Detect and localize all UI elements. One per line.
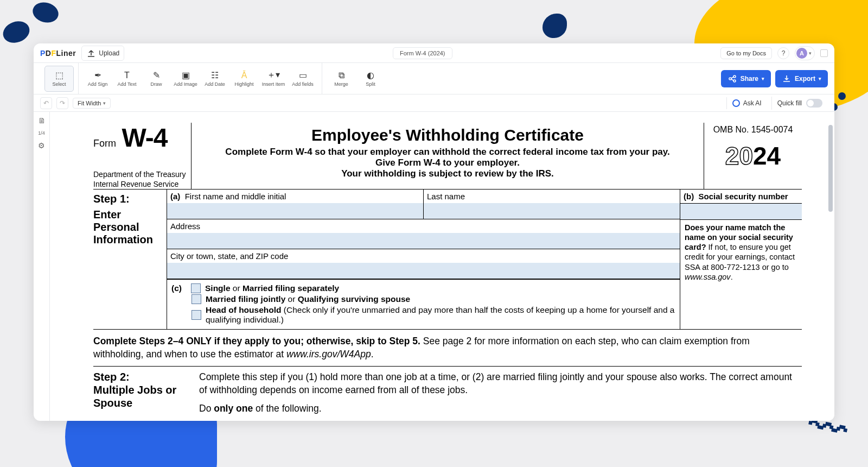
select-tool[interactable]: ⬚Select bbox=[44, 66, 74, 92]
window-control[interactable] bbox=[820, 49, 828, 57]
plus-icon: ＋▾ bbox=[267, 71, 280, 80]
omb-number: OMB No. 1545-0074 bbox=[709, 125, 797, 135]
ssn-field[interactable] bbox=[680, 204, 802, 220]
document-title[interactable]: Form W-4 (2024) bbox=[393, 47, 452, 59]
cursor-icon: ⬚ bbox=[55, 71, 63, 80]
scrollbar[interactable] bbox=[828, 114, 833, 419]
pencil-icon: ✎ bbox=[153, 71, 160, 80]
form-subtitle-1: Complete Form W-4 so that your employer … bbox=[199, 147, 696, 157]
scroll-thumb[interactable] bbox=[828, 125, 833, 212]
address-field[interactable] bbox=[167, 233, 680, 249]
bg-splat bbox=[542, 14, 567, 38]
step-2-text-2: Do only one of the following. bbox=[199, 402, 802, 415]
form-subtitle-2: Give Form W-4 to your employer. bbox=[199, 157, 696, 168]
upload-icon bbox=[86, 48, 96, 58]
undo-button[interactable]: ↶ bbox=[40, 97, 52, 109]
redo-button[interactable]: ↷ bbox=[56, 97, 68, 109]
split-tool[interactable]: ◐Split bbox=[356, 66, 385, 92]
svg-point-0 bbox=[729, 78, 731, 80]
checkbox-head-of-household[interactable] bbox=[192, 310, 201, 320]
add-image-tool[interactable]: ▣Add Image bbox=[171, 66, 200, 92]
step-2-subtitle: Multiple Jobs or Spouse bbox=[93, 383, 199, 409]
upload-label: Upload bbox=[99, 49, 119, 57]
merge-tool[interactable]: ⧉Merge bbox=[327, 66, 356, 92]
help-button[interactable]: ? bbox=[777, 47, 789, 59]
left-sidebar: 🗎 1/4 ⚙ bbox=[34, 112, 50, 421]
chevron-down-icon: ▾ bbox=[809, 51, 812, 56]
avatar: A bbox=[796, 48, 807, 59]
page-icon[interactable]: 🗎 bbox=[38, 116, 46, 125]
checkbox-married-jointly[interactable] bbox=[192, 294, 201, 304]
page-indicator: 1/4 bbox=[38, 130, 45, 136]
checkbox-single[interactable] bbox=[191, 283, 201, 293]
add-date-tool[interactable]: ☷Add Date bbox=[200, 66, 229, 92]
document-canvas[interactable]: Form W-4 Department of the Treasury Inte… bbox=[50, 112, 834, 421]
merge-icon: ⧉ bbox=[339, 71, 344, 80]
fields-icon: ▭ bbox=[299, 71, 307, 80]
last-name-field[interactable] bbox=[424, 203, 680, 219]
chevron-down-icon: ▾ bbox=[762, 76, 764, 81]
toolbar: ⬚Select ✒Add Sign TAdd Text ✎Draw ▣Add I… bbox=[34, 63, 834, 94]
split-icon: ◐ bbox=[367, 71, 374, 80]
signature-icon: ✒ bbox=[94, 71, 101, 80]
step-1-section: Step 1: Enter Personal Information (a) F… bbox=[93, 190, 802, 330]
settings-icon[interactable]: ⚙ bbox=[38, 141, 45, 150]
ssn-label: (b) Social security number bbox=[680, 190, 802, 204]
city-label: City or town, state, and ZIP code bbox=[167, 249, 680, 263]
steps-2-4-note: Complete Steps 2–4 ONLY if they apply to… bbox=[93, 330, 802, 367]
main-area: 🗎 1/4 ⚙ Form W-4 Department of the Treas… bbox=[34, 112, 834, 421]
account-menu[interactable]: A ▾ bbox=[795, 46, 815, 60]
add-text-tool[interactable]: TAdd Text bbox=[112, 66, 142, 92]
insert-item-tool[interactable]: ＋▾Insert Item bbox=[259, 66, 288, 92]
image-icon: ▣ bbox=[182, 71, 190, 80]
add-fields-tool[interactable]: ▭Add fields bbox=[288, 66, 317, 92]
city-field[interactable] bbox=[167, 263, 680, 279]
topbar: PDFLiner Upload Form W-4 (2024) Go to my… bbox=[34, 43, 834, 63]
download-icon bbox=[782, 74, 792, 84]
first-name-field[interactable] bbox=[167, 203, 423, 219]
goto-docs-button[interactable]: Go to my Docs bbox=[720, 47, 772, 59]
form-title: Employee's Withholding Certificate bbox=[199, 126, 696, 144]
address-label: Address bbox=[167, 219, 680, 233]
step-2-label: Step 2: bbox=[93, 371, 199, 383]
quick-fill-toggle: Quick fill bbox=[771, 97, 828, 110]
department-text: Department of the Treasury Internal Reve… bbox=[93, 170, 187, 189]
export-button[interactable]: Export▾ bbox=[775, 70, 828, 87]
calendar-icon: ☷ bbox=[211, 71, 219, 80]
form-code: W-4 bbox=[122, 123, 167, 153]
filing-status-section: (c)Single or Married filing separately M… bbox=[167, 279, 680, 329]
add-sign-tool[interactable]: ✒Add Sign bbox=[83, 66, 112, 92]
zoom-selector[interactable]: Fit Width▾ bbox=[73, 98, 111, 109]
ssn-help-text: Does your name match the name on your so… bbox=[680, 220, 802, 285]
step-1-subtitle: Enter Personal Information bbox=[93, 209, 163, 246]
form-subtitle-3: Your withholding is subject to review by… bbox=[199, 168, 696, 179]
logo: PDFLiner bbox=[40, 49, 76, 58]
upload-button[interactable]: Upload bbox=[81, 46, 124, 61]
step-2-section: Step 2: Multiple Jobs or Spouse Complete… bbox=[93, 367, 802, 420]
toggle-switch[interactable] bbox=[806, 99, 822, 108]
step-1-label: Step 1: bbox=[93, 193, 163, 205]
secondary-bar: ↶ ↷ Fit Width▾ Ask AI Quick fill bbox=[34, 94, 834, 112]
field-a-label: (a) First name and middle initial bbox=[167, 190, 423, 203]
last-name-label: Last name bbox=[424, 190, 680, 203]
ask-ai-button[interactable]: Ask AI bbox=[726, 97, 767, 109]
form-year: 2024 bbox=[709, 141, 797, 171]
form-header: Form W-4 Department of the Treasury Inte… bbox=[93, 123, 802, 190]
chevron-down-icon: ▾ bbox=[103, 100, 106, 106]
share-button[interactable]: Share▾ bbox=[721, 70, 771, 87]
ai-icon bbox=[732, 99, 740, 107]
highlight-icon: Ā bbox=[241, 71, 247, 80]
app-window: PDFLiner Upload Form W-4 (2024) Go to my… bbox=[34, 43, 834, 421]
form-word: Form bbox=[93, 138, 116, 149]
highlight-tool[interactable]: ĀHighlight bbox=[229, 66, 259, 92]
text-icon: T bbox=[124, 71, 130, 80]
draw-tool[interactable]: ✎Draw bbox=[142, 66, 171, 92]
svg-point-1 bbox=[733, 75, 736, 78]
share-icon bbox=[727, 74, 737, 84]
form-w4-document: Form W-4 Department of the Treasury Inte… bbox=[50, 112, 834, 420]
step-2-text-1: Complete this step if you (1) hold more … bbox=[199, 371, 802, 396]
chevron-down-icon: ▾ bbox=[819, 76, 821, 81]
svg-point-2 bbox=[733, 80, 736, 82]
